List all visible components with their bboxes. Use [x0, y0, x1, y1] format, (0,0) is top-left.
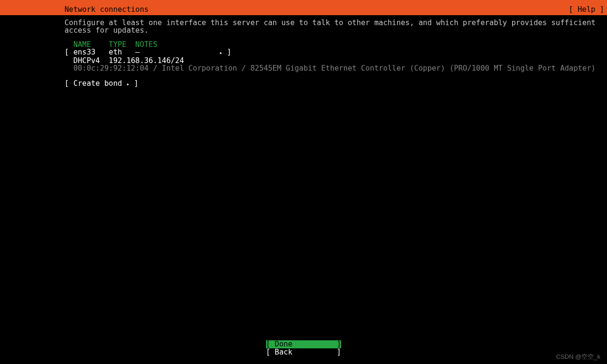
interface-row-prefix: [ ens33 eth – — [64, 48, 220, 56]
create-bond-prefix: [ Create bond — [64, 79, 127, 88]
interface-row-suffix: ] — [222, 48, 231, 56]
done-button[interactable]: [ Done ] — [266, 340, 341, 348]
footer-buttons: [ Done ] [ Back ] — [0, 340, 607, 356]
back-button[interactable]: [ Back ] — [266, 348, 341, 356]
hardware-details: 00:0c:29:92:12:04 / Intel Corporation / … — [64, 64, 596, 73]
page-title: Network connections — [2, 4, 148, 15]
create-bond-suffix: ] — [129, 79, 138, 88]
help-button[interactable]: [ Help ] — [569, 4, 605, 15]
instruction-line2: access for updates. — [64, 26, 148, 35]
watermark: CSDN @空空_k — [556, 353, 600, 361]
instruction-text: Configure at least one interface this se… — [64, 19, 607, 34]
create-bond-button[interactable]: [ Create bond ▸ ] — [64, 80, 607, 88]
main-content: Configure at least one interface this se… — [0, 15, 607, 88]
header-bar: Network connections [ Help ] — [0, 4, 607, 15]
interface-row[interactable]: [ ens33 eth – ▸ ] — [64, 48, 231, 56]
interface-table: NAME TYPE NOTES [ ens33 eth – ▸ ] DHCPv4… — [64, 41, 607, 72]
